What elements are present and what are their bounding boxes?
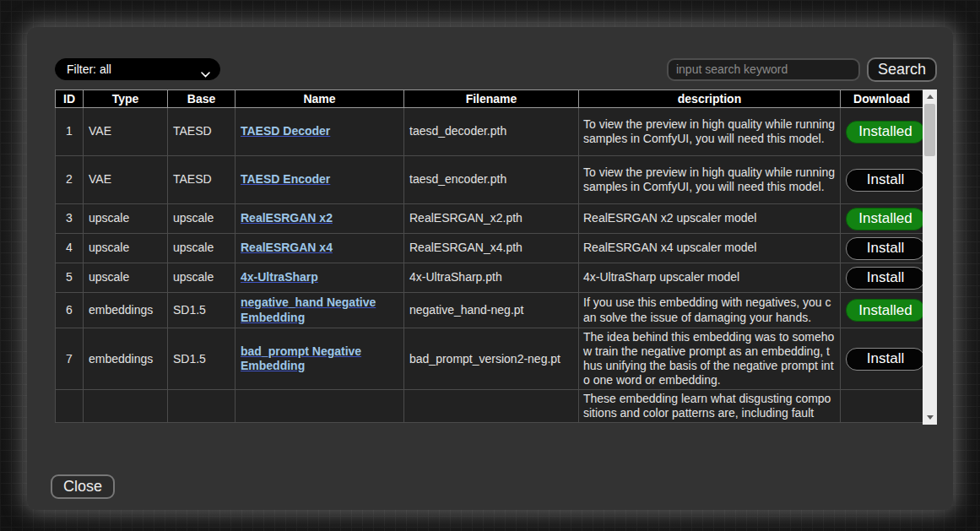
table-row: 7 embeddings SD1.5 bad_prompt Negative E… bbox=[56, 328, 923, 390]
cell-name: TAESD Encoder bbox=[236, 156, 404, 204]
cell-filename: 4x-UltraSharp.pth bbox=[404, 263, 579, 293]
cell-base bbox=[168, 390, 236, 423]
model-table: ID Type Base Name Filename description D… bbox=[55, 89, 923, 423]
model-table-body: 1 VAE TAESD TAESD Decoder taesd_decoder.… bbox=[56, 108, 923, 423]
header-download: Download bbox=[841, 90, 923, 108]
cell-description: To view the preview in high quality whil… bbox=[579, 156, 841, 204]
cell-base: upscale bbox=[168, 234, 236, 263]
cell-name: RealESRGAN x4 bbox=[236, 234, 404, 263]
cell-download bbox=[841, 390, 923, 423]
cell-base: upscale bbox=[168, 263, 236, 293]
cell-filename: taesd_decoder.pth bbox=[404, 108, 579, 156]
cell-id: 6 bbox=[56, 293, 84, 328]
table-row: 5 upscale upscale 4x-UltraSharp 4x-Ultra… bbox=[56, 263, 923, 293]
table-header: ID Type Base Name Filename description D… bbox=[56, 90, 923, 108]
cell-base: TAESD bbox=[168, 108, 236, 156]
cell-name: TAESD Decoder bbox=[236, 108, 404, 156]
scrollbar-up-arrow-icon[interactable] bbox=[923, 90, 937, 103]
cell-name bbox=[236, 390, 404, 423]
installed-button[interactable]: Installed bbox=[846, 121, 923, 144]
model-name-link[interactable]: TAESD Encoder bbox=[241, 172, 330, 186]
cell-id: 3 bbox=[56, 204, 84, 234]
model-name-link[interactable]: RealESRGAN x2 bbox=[241, 211, 333, 225]
table-row: 4 upscale upscale RealESRGAN x4 RealESRG… bbox=[56, 234, 923, 263]
cell-filename: bad_prompt_version2-neg.pt bbox=[404, 328, 579, 390]
cell-id: 2 bbox=[56, 156, 84, 204]
cell-id: 7 bbox=[56, 328, 84, 390]
cell-description: These embedding learn what disgusting co… bbox=[579, 390, 841, 423]
cell-filename: negative_hand-neg.pt bbox=[404, 293, 579, 328]
cell-download: Installed bbox=[841, 108, 923, 156]
cell-description: To view the preview in high quality whil… bbox=[579, 108, 841, 156]
header-filename: Filename bbox=[404, 90, 579, 108]
cell-filename: RealESRGAN_x2.pth bbox=[404, 204, 579, 234]
table-viewport: ID Type Base Name Filename description D… bbox=[55, 89, 923, 425]
cell-id: 4 bbox=[56, 234, 84, 263]
cell-type bbox=[84, 390, 168, 423]
cell-filename: taesd_encoder.pth bbox=[404, 156, 579, 204]
filter-select-wrap: Filter: all bbox=[55, 58, 220, 80]
header-id: ID bbox=[56, 90, 84, 108]
model-name-link[interactable]: RealESRGAN x4 bbox=[241, 241, 333, 254]
cell-description: 4x-UltraSharp upscaler model bbox=[579, 263, 841, 293]
model-name-link[interactable]: negative_hand Negative Embedding bbox=[241, 295, 376, 323]
table-row: 2 VAE TAESD TAESD Encoder taesd_encoder.… bbox=[56, 156, 923, 204]
filter-select[interactable]: Filter: all bbox=[55, 58, 220, 80]
cell-download: Install bbox=[841, 263, 923, 293]
cell-type: embeddings bbox=[84, 328, 168, 390]
cell-filename: RealESRGAN_x4.pth bbox=[404, 234, 579, 263]
model-name-link[interactable]: TAESD Decoder bbox=[241, 124, 330, 138]
cell-name: RealESRGAN x2 bbox=[236, 204, 404, 234]
cell-download: Install bbox=[841, 156, 923, 204]
cell-description: The idea behind this embedding was to so… bbox=[579, 328, 841, 390]
cell-description: RealESRGAN x2 upscaler model bbox=[579, 204, 841, 234]
header-base: Base bbox=[168, 90, 236, 108]
cell-type: upscale bbox=[84, 204, 168, 234]
cell-type: embeddings bbox=[84, 293, 168, 328]
cell-type: VAE bbox=[84, 108, 168, 156]
cell-base: upscale bbox=[168, 204, 236, 234]
cell-base: SD1.5 bbox=[168, 328, 236, 390]
table-scrollbar[interactable] bbox=[923, 89, 937, 425]
installed-button[interactable]: Installed bbox=[846, 208, 923, 230]
table-row: 1 VAE TAESD TAESD Decoder taesd_decoder.… bbox=[56, 108, 923, 156]
model-name-link[interactable]: bad_prompt Negative Embedding bbox=[241, 344, 361, 372]
cell-name: 4x-UltraSharp bbox=[236, 263, 404, 293]
toolbar: Filter: all Search bbox=[55, 57, 937, 81]
cell-download: Install bbox=[841, 234, 923, 263]
cell-name: bad_prompt Negative Embedding bbox=[236, 328, 404, 390]
header-name: Name bbox=[236, 90, 404, 108]
close-button[interactable]: Close bbox=[51, 474, 115, 499]
cell-id: 1 bbox=[56, 108, 84, 156]
table-row: 6 embeddings SD1.5 negative_hand Negativ… bbox=[56, 293, 923, 328]
cell-id: 5 bbox=[56, 263, 84, 293]
installed-button[interactable]: Installed bbox=[846, 299, 923, 322]
model-name-link[interactable]: 4x-UltraSharp bbox=[241, 270, 318, 284]
search-button[interactable]: Search bbox=[867, 57, 937, 82]
cell-description: If you use this embedding with negatives… bbox=[579, 293, 841, 328]
cell-download: Installed bbox=[841, 204, 923, 234]
header-description: description bbox=[579, 90, 841, 108]
cell-name: negative_hand Negative Embedding bbox=[236, 293, 404, 328]
install-button[interactable]: Install bbox=[846, 267, 923, 290]
scrollbar-thumb[interactable] bbox=[924, 104, 935, 156]
cell-description: RealESRGAN x4 upscaler model bbox=[579, 234, 841, 263]
cell-type: upscale bbox=[84, 263, 168, 293]
install-button[interactable]: Install bbox=[846, 169, 923, 192]
cell-base: SD1.5 bbox=[168, 293, 236, 328]
cell-id bbox=[56, 390, 84, 423]
cell-download: Install bbox=[841, 328, 923, 390]
install-button[interactable]: Install bbox=[846, 237, 923, 260]
cell-type: upscale bbox=[84, 234, 168, 263]
table-area: ID Type Base Name Filename description D… bbox=[55, 89, 937, 425]
install-button[interactable]: Install bbox=[846, 348, 923, 371]
search-input[interactable] bbox=[667, 58, 860, 81]
cell-base: TAESD bbox=[168, 156, 236, 204]
search-group: Search bbox=[667, 57, 937, 82]
cell-filename bbox=[404, 390, 579, 423]
table-row: These embedding learn what disgusting co… bbox=[56, 390, 923, 423]
scrollbar-down-arrow-icon[interactable] bbox=[923, 411, 937, 424]
header-type: Type bbox=[84, 90, 168, 108]
table-row: 3 upscale upscale RealESRGAN x2 RealESRG… bbox=[56, 204, 923, 234]
cell-download: Installed bbox=[841, 293, 923, 328]
